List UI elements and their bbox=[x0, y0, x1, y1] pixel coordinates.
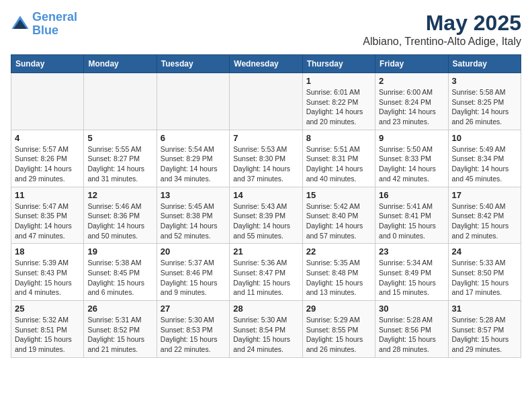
day-info: Sunrise: 5:35 AM Sunset: 8:48 PM Dayligh… bbox=[306, 258, 371, 298]
day-number: 31 bbox=[452, 304, 517, 314]
calendar-cell: 28Sunrise: 5:30 AM Sunset: 8:54 PM Dayli… bbox=[230, 301, 302, 358]
day-number: 27 bbox=[161, 304, 226, 314]
calendar-cell: 31Sunrise: 5:28 AM Sunset: 8:57 PM Dayli… bbox=[448, 301, 521, 358]
day-number: 20 bbox=[161, 246, 226, 257]
calendar-cell bbox=[230, 73, 302, 130]
day-number: 7 bbox=[233, 133, 298, 143]
day-info: Sunrise: 5:30 AM Sunset: 8:54 PM Dayligh… bbox=[233, 315, 298, 355]
calendar-cell: 13Sunrise: 5:45 AM Sunset: 8:38 PM Dayli… bbox=[157, 187, 229, 244]
calendar-cell: 27Sunrise: 5:30 AM Sunset: 8:53 PM Dayli… bbox=[157, 301, 229, 358]
header-friday: Friday bbox=[375, 55, 448, 73]
page-header: General Blue May 2025 Albiano, Trentino-… bbox=[11, 11, 521, 48]
day-number: 24 bbox=[452, 246, 517, 257]
calendar-cell: 18Sunrise: 5:39 AM Sunset: 8:43 PM Dayli… bbox=[11, 244, 84, 301]
day-number: 21 bbox=[233, 246, 298, 257]
calendar-cell: 12Sunrise: 5:46 AM Sunset: 8:36 PM Dayli… bbox=[84, 187, 157, 244]
day-info: Sunrise: 5:42 AM Sunset: 8:40 PM Dayligh… bbox=[306, 201, 371, 241]
day-number: 23 bbox=[379, 246, 444, 257]
day-info: Sunrise: 5:33 AM Sunset: 8:50 PM Dayligh… bbox=[452, 258, 517, 298]
day-number: 18 bbox=[15, 246, 80, 257]
day-number: 15 bbox=[306, 190, 371, 200]
calendar-cell bbox=[11, 73, 84, 130]
day-number: 29 bbox=[306, 304, 371, 314]
day-number: 2 bbox=[379, 76, 444, 86]
day-info: Sunrise: 5:30 AM Sunset: 8:53 PM Dayligh… bbox=[161, 315, 226, 355]
day-info: Sunrise: 5:50 AM Sunset: 8:33 PM Dayligh… bbox=[379, 144, 444, 184]
calendar-table: SundayMondayTuesdayWednesdayThursdayFrid… bbox=[11, 54, 521, 358]
day-info: Sunrise: 5:28 AM Sunset: 8:57 PM Dayligh… bbox=[452, 315, 517, 355]
calendar-cell: 8Sunrise: 5:51 AM Sunset: 8:31 PM Daylig… bbox=[302, 130, 375, 187]
day-number: 26 bbox=[87, 304, 152, 314]
day-info: Sunrise: 5:40 AM Sunset: 8:42 PM Dayligh… bbox=[452, 201, 517, 241]
month-title: May 2025 bbox=[363, 11, 521, 36]
header-wednesday: Wednesday bbox=[230, 55, 302, 73]
day-info: Sunrise: 5:38 AM Sunset: 8:45 PM Dayligh… bbox=[87, 258, 152, 298]
day-info: Sunrise: 5:34 AM Sunset: 8:49 PM Dayligh… bbox=[379, 258, 444, 298]
logo: General Blue bbox=[11, 11, 77, 38]
calendar-week-row: 1Sunrise: 6:01 AM Sunset: 8:22 PM Daylig… bbox=[11, 73, 521, 130]
day-info: Sunrise: 5:49 AM Sunset: 8:34 PM Dayligh… bbox=[452, 144, 517, 184]
calendar-week-row: 4Sunrise: 5:57 AM Sunset: 8:26 PM Daylig… bbox=[11, 130, 521, 187]
day-number: 13 bbox=[161, 190, 226, 200]
calendar-cell: 20Sunrise: 5:37 AM Sunset: 8:46 PM Dayli… bbox=[157, 244, 229, 301]
day-number: 9 bbox=[379, 133, 444, 143]
calendar-cell: 14Sunrise: 5:43 AM Sunset: 8:39 PM Dayli… bbox=[230, 187, 302, 244]
day-info: Sunrise: 5:29 AM Sunset: 8:55 PM Dayligh… bbox=[306, 315, 371, 355]
day-number: 30 bbox=[379, 304, 444, 314]
day-info: Sunrise: 5:53 AM Sunset: 8:30 PM Dayligh… bbox=[233, 144, 298, 184]
day-info: Sunrise: 5:41 AM Sunset: 8:41 PM Dayligh… bbox=[379, 201, 444, 241]
calendar-cell: 17Sunrise: 5:40 AM Sunset: 8:42 PM Dayli… bbox=[448, 187, 521, 244]
day-number: 8 bbox=[306, 133, 371, 143]
day-info: Sunrise: 5:47 AM Sunset: 8:35 PM Dayligh… bbox=[15, 201, 80, 241]
calendar-cell: 25Sunrise: 5:32 AM Sunset: 8:51 PM Dayli… bbox=[11, 301, 84, 358]
calendar-cell bbox=[84, 73, 157, 130]
calendar-week-row: 18Sunrise: 5:39 AM Sunset: 8:43 PM Dayli… bbox=[11, 244, 521, 301]
calendar-cell bbox=[157, 73, 229, 130]
logo-icon bbox=[11, 15, 30, 34]
day-info: Sunrise: 5:28 AM Sunset: 8:56 PM Dayligh… bbox=[379, 315, 444, 355]
calendar-cell: 15Sunrise: 5:42 AM Sunset: 8:40 PM Dayli… bbox=[302, 187, 375, 244]
day-number: 19 bbox=[87, 246, 152, 257]
day-info: Sunrise: 5:31 AM Sunset: 8:52 PM Dayligh… bbox=[87, 315, 152, 355]
day-number: 10 bbox=[452, 133, 517, 143]
header-thursday: Thursday bbox=[302, 55, 375, 73]
calendar-cell: 11Sunrise: 5:47 AM Sunset: 8:35 PM Dayli… bbox=[11, 187, 84, 244]
day-info: Sunrise: 5:32 AM Sunset: 8:51 PM Dayligh… bbox=[15, 315, 80, 355]
day-number: 4 bbox=[15, 133, 80, 143]
location-title: Albiano, Trentino-Alto Adige, Italy bbox=[363, 36, 521, 48]
header-monday: Monday bbox=[84, 55, 157, 73]
day-info: Sunrise: 5:58 AM Sunset: 8:25 PM Dayligh… bbox=[452, 87, 517, 127]
calendar-cell: 16Sunrise: 5:41 AM Sunset: 8:41 PM Dayli… bbox=[375, 187, 448, 244]
logo-blue: Blue bbox=[32, 24, 77, 38]
calendar-cell: 19Sunrise: 5:38 AM Sunset: 8:45 PM Dayli… bbox=[84, 244, 157, 301]
day-info: Sunrise: 5:39 AM Sunset: 8:43 PM Dayligh… bbox=[15, 258, 80, 298]
calendar-cell: 3Sunrise: 5:58 AM Sunset: 8:25 PM Daylig… bbox=[448, 73, 521, 130]
calendar-week-row: 25Sunrise: 5:32 AM Sunset: 8:51 PM Dayli… bbox=[11, 301, 521, 358]
calendar-cell: 4Sunrise: 5:57 AM Sunset: 8:26 PM Daylig… bbox=[11, 130, 84, 187]
day-number: 28 bbox=[233, 304, 298, 314]
day-number: 16 bbox=[379, 190, 444, 200]
day-info: Sunrise: 5:46 AM Sunset: 8:36 PM Dayligh… bbox=[87, 201, 152, 241]
day-info: Sunrise: 5:37 AM Sunset: 8:46 PM Dayligh… bbox=[161, 258, 226, 298]
title-block: May 2025 Albiano, Trentino-Alto Adige, I… bbox=[363, 11, 521, 48]
calendar-cell: 30Sunrise: 5:28 AM Sunset: 8:56 PM Dayli… bbox=[375, 301, 448, 358]
day-info: Sunrise: 6:00 AM Sunset: 8:24 PM Dayligh… bbox=[379, 87, 444, 127]
calendar-cell: 29Sunrise: 5:29 AM Sunset: 8:55 PM Dayli… bbox=[302, 301, 375, 358]
day-info: Sunrise: 5:54 AM Sunset: 8:29 PM Dayligh… bbox=[161, 144, 226, 184]
day-number: 6 bbox=[161, 133, 226, 143]
calendar-cell: 5Sunrise: 5:55 AM Sunset: 8:27 PM Daylig… bbox=[84, 130, 157, 187]
day-number: 12 bbox=[87, 190, 152, 200]
day-info: Sunrise: 5:45 AM Sunset: 8:38 PM Dayligh… bbox=[161, 201, 226, 241]
calendar-cell: 21Sunrise: 5:36 AM Sunset: 8:47 PM Dayli… bbox=[230, 244, 302, 301]
logo-text: General Blue bbox=[32, 11, 77, 38]
calendar-cell: 26Sunrise: 5:31 AM Sunset: 8:52 PM Dayli… bbox=[84, 301, 157, 358]
day-number: 11 bbox=[15, 190, 80, 200]
header-tuesday: Tuesday bbox=[157, 55, 229, 73]
calendar-cell: 1Sunrise: 6:01 AM Sunset: 8:22 PM Daylig… bbox=[302, 73, 375, 130]
day-number: 5 bbox=[87, 133, 152, 143]
day-info: Sunrise: 6:01 AM Sunset: 8:22 PM Dayligh… bbox=[306, 87, 371, 127]
calendar-cell: 2Sunrise: 6:00 AM Sunset: 8:24 PM Daylig… bbox=[375, 73, 448, 130]
calendar-header-row: SundayMondayTuesdayWednesdayThursdayFrid… bbox=[11, 55, 521, 73]
header-sunday: Sunday bbox=[11, 55, 84, 73]
day-info: Sunrise: 5:57 AM Sunset: 8:26 PM Dayligh… bbox=[15, 144, 80, 184]
